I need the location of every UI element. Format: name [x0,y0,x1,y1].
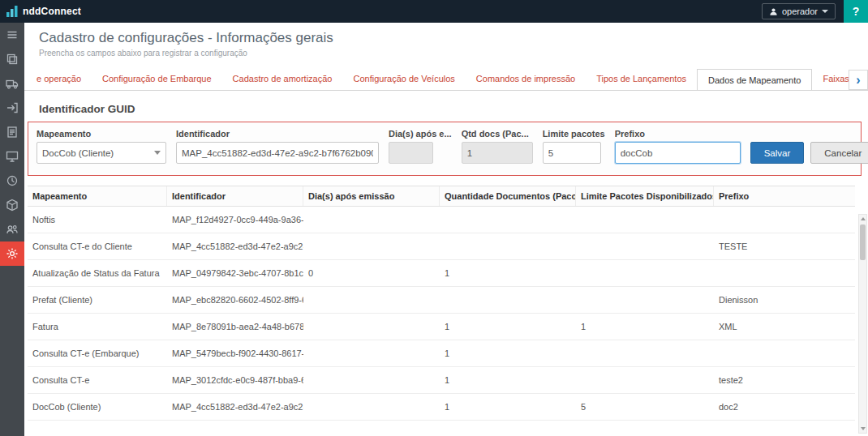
box-icon [6,199,19,212]
cell-dias-apos-emissao [303,394,440,420]
main-content: Cadastro de configurações - Informações … [24,23,868,436]
sidebar-item-history[interactable] [0,169,24,193]
user-menu[interactable]: operador [762,3,836,19]
qtd-docs-input [462,142,533,164]
user-icon [769,7,778,16]
gear-icon [6,247,19,260]
save-button[interactable]: Salvar [750,142,805,164]
cell-dias-apos-emissao [303,340,440,366]
cell-identificador: MAP_ebc82820-6602-4502-8ff9-6b2da... [167,287,303,313]
table-row[interactable]: Consulta CT-e do Cliente MAP_4cc51882-ed… [28,233,855,260]
vertical-scrollbar[interactable] [858,214,867,434]
menu-icon [6,28,19,41]
cell-prefixo [714,260,855,286]
history-icon [6,174,19,187]
table-row[interactable]: Noftis MAP_f12d4927-0cc9-449a-9a36-08a20… [28,207,855,233]
cell-prefixo: XML [714,314,855,340]
cell-mapeamento: Consulta CT-e [28,367,167,393]
table-row[interactable]: Fatura MAP_8e78091b-aea2-4a48-b678-d4b2.… [28,314,855,340]
limite-pacotes-input[interactable] [543,142,601,164]
mappings-table: Mapeamento Identificador Dia(s) após emi… [28,186,855,421]
cell-identificador: MAP_3012cfdc-e0c9-487f-bba9-6f46c... [167,367,303,393]
brand-text: nddConnect [23,6,81,17]
cell-dias-apos-emissao [303,287,440,313]
column-header-dias-apos-emissao: Dia(s) após emissão [303,186,440,206]
page-title: Cadastro de configurações - Informações … [39,30,853,46]
cell-limite-pacotes: 5 [576,394,714,420]
field-limite-pacotes: Limite pacotes [543,129,605,164]
dias-input [389,142,433,164]
cell-dias-apos-emissao [303,233,440,259]
cell-quantidade-documentos [440,233,576,259]
chevron-down-icon [154,151,161,155]
sidebar-item-box[interactable] [0,193,24,217]
cell-quantidade-documentos [440,287,576,313]
tab-tipos-lancamentos[interactable]: Tipos de Lançamentos [586,68,697,90]
tab-bar: e operação Configuração de Embarque Cada… [24,68,868,91]
qtd-docs-label: Qtd docs (Pac... [462,129,533,139]
sidebar-item-truck[interactable] [0,71,24,96]
table-row[interactable]: DocCob (Cliente) MAP_4cc51882-ed3d-47e2-… [28,394,855,421]
cell-identificador: MAP_04979842-3ebc-4707-8b1c-2a71... [167,260,303,286]
sidebar-item-menu[interactable] [0,23,24,47]
table-row[interactable]: Consulta CT-e (Embarque) MAP_5479becb-f9… [28,340,855,367]
cell-prefixo: doc2 [714,394,855,420]
table-row[interactable]: Atualização de Status da Fatura MAP_0497… [28,260,855,287]
tab-operacao[interactable]: e operação [26,68,92,90]
prefixo-label: Prefixo [615,129,741,139]
help-button[interactable]: ? [844,0,868,23]
tab-comandos-impressao[interactable]: Comandos de impressão [466,68,586,90]
cell-limite-pacotes [576,260,714,286]
cell-limite-pacotes [576,340,714,366]
mapeamento-label: Mapeamento [37,129,166,139]
cell-prefixo: teste2 [714,367,855,393]
cell-limite-pacotes: 1 [576,314,714,340]
sidebar-item-monitor[interactable] [0,144,24,169]
mapeamento-select[interactable]: DocCob (Cliente) [37,142,166,164]
monitor-icon [6,150,19,163]
cancel-button[interactable]: Cancelar [810,142,868,164]
sidebar-item-users[interactable] [0,217,24,242]
field-qtd-docs: Qtd docs (Pac... [462,129,533,164]
cell-prefixo: Dienisson [714,287,855,313]
sidebar-item-copy[interactable] [0,47,24,71]
document-icon [6,126,19,139]
sidebar-item-settings[interactable] [0,242,24,266]
sidebar-item-export[interactable] [0,96,24,120]
prefixo-input[interactable] [615,142,741,164]
section-title: Identificador GUID [39,103,868,115]
tab-configuracao-veiculos[interactable]: Configuração de Veículos [342,68,465,90]
sidebar-item-document[interactable] [0,120,24,144]
cell-quantidade-documentos [440,207,576,233]
tab-cadastro-amortizacao[interactable]: Cadastro de amortização [222,68,343,90]
table-row[interactable]: Consulta CT-e MAP_3012cfdc-e0c9-487f-bba… [28,367,855,394]
cell-quantidade-documentos: 1 [440,314,576,340]
user-name: operador [782,6,818,16]
cell-limite-pacotes [576,233,714,259]
cell-mapeamento: Consulta CT-e (Embarque) [28,340,167,366]
field-identificador: Identificador [176,129,379,164]
tab-scroll-next-icon[interactable]: › [849,70,868,90]
identificador-input[interactable] [176,142,379,164]
scrollbar-thumb[interactable] [860,224,866,260]
cell-identificador: MAP_f12d4927-0cc9-449a-9a36-08a20... [167,207,303,233]
tab-configuracao-embarque[interactable]: Configuração de Embarque [92,68,222,90]
mapeamento-selected-value: DocCob (Cliente) [42,148,114,158]
brand-bars-icon [6,6,18,17]
cell-limite-pacotes [576,207,714,233]
cell-identificador: MAP_8e78091b-aea2-4a48-b678-d4b2... [167,314,303,340]
tab-dados-mapeamento[interactable]: Dados de Mapeamento [697,69,812,91]
page-header: Cadastro de configurações - Informações … [24,23,868,58]
column-header-quantidade-documentos: Quantidade Documentos (Pacote) [440,186,576,206]
field-dias-apos-emissao: Dia(s) após e... [389,129,452,164]
scroll-down-icon[interactable] [859,425,866,433]
column-header-mapeamento: Mapeamento [28,186,167,206]
brand-logo[interactable]: nddConnect [6,6,81,17]
cell-identificador: MAP_5479becb-f902-4430-8617-9b82... [167,340,303,366]
table-row[interactable]: Prefat (Cliente) MAP_ebc82820-6602-4502-… [28,287,855,314]
cell-dias-apos-emissao [303,207,440,233]
table-header-row: Mapeamento Identificador Dia(s) após emi… [28,186,855,207]
dias-label: Dia(s) após e... [389,129,452,139]
scroll-up-icon[interactable] [859,215,866,223]
cell-mapeamento: Prefat (Cliente) [28,287,167,313]
